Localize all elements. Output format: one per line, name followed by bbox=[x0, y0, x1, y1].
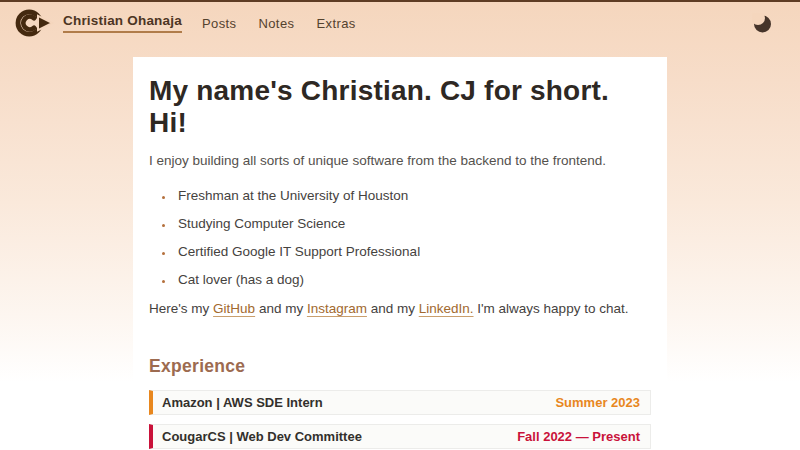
page: { "page": { "top_border_color": "#5e3c24… bbox=[0, 0, 800, 450]
theme-toggle-button[interactable] bbox=[750, 11, 774, 35]
job-row: Amazon | AWS SDE InternSummer 2023 bbox=[149, 390, 651, 415]
c-arrow-logo-icon bbox=[14, 7, 54, 39]
contact-link-instagram[interactable]: Instagram bbox=[307, 301, 367, 316]
fact-item: Studying Computer Science bbox=[175, 216, 651, 231]
job-row: CougarCS | Web Dev CommitteeFall 2022 — … bbox=[149, 424, 651, 449]
nav-link-extras[interactable]: Extras bbox=[316, 16, 355, 31]
site-header: Christian Ohanaja PostsNotesExtras bbox=[0, 2, 800, 44]
job-period: Summer 2023 bbox=[555, 395, 640, 410]
experience-list: Amazon | AWS SDE InternSummer 2023Cougar… bbox=[149, 390, 651, 450]
content-card: My name's Christian. CJ for short. Hi! I… bbox=[133, 57, 667, 448]
intro-text: I enjoy building all sorts of unique sof… bbox=[149, 153, 651, 168]
contact-text-segment: I'm always happy to chat. bbox=[474, 301, 629, 316]
contact-text: Here's my GitHub and my Instagram and my… bbox=[149, 301, 651, 316]
nav-link-posts[interactable]: Posts bbox=[202, 16, 237, 31]
moon-icon bbox=[752, 13, 772, 33]
facts-list: Freshman at the University of HoustonStu… bbox=[149, 188, 651, 287]
page-title: My name's Christian. CJ for short. Hi! bbox=[149, 75, 651, 139]
brand-link[interactable]: Christian Ohanaja bbox=[63, 13, 182, 33]
contact-link-linkedin[interactable]: LinkedIn. bbox=[419, 301, 474, 316]
contact-text-segment: Here's my bbox=[149, 301, 213, 316]
nav-link-notes[interactable]: Notes bbox=[258, 16, 294, 31]
main-nav: PostsNotesExtras bbox=[202, 16, 356, 31]
fact-item: Certified Google IT Support Professional bbox=[175, 244, 651, 259]
site-logo[interactable] bbox=[14, 7, 54, 39]
experience-heading: Experience bbox=[149, 356, 651, 377]
job-role: CougarCS | Web Dev Committee bbox=[162, 429, 362, 444]
job-role: Amazon | AWS SDE Intern bbox=[162, 395, 323, 410]
contact-text-segment: and my bbox=[367, 301, 419, 316]
contact-link-github[interactable]: GitHub bbox=[213, 301, 255, 316]
job-period: Fall 2022 — Present bbox=[517, 429, 640, 444]
fact-item: Freshman at the University of Houston bbox=[175, 188, 651, 203]
contact-text-segment: and my bbox=[255, 301, 307, 316]
fact-item: Cat lover (has a dog) bbox=[175, 272, 651, 287]
